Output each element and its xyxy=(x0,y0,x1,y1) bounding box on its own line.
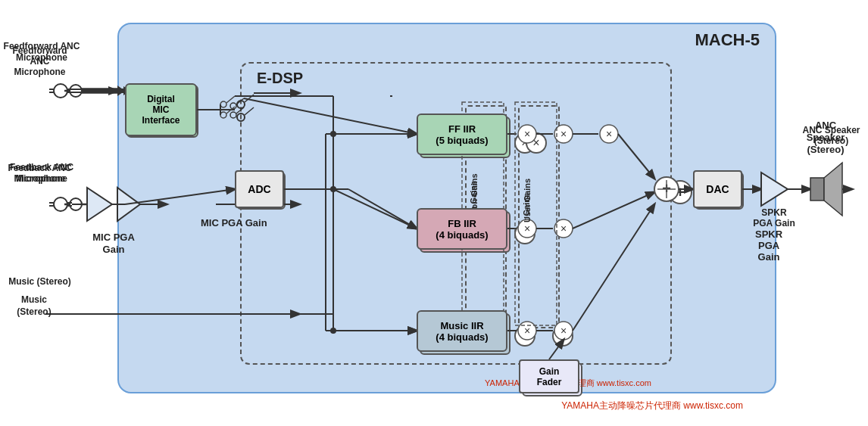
music-label: Music (Stereo) xyxy=(4,276,76,287)
svg-point-105 xyxy=(54,197,67,211)
music-iir-block-overlay: Music IIR (4 biquads) xyxy=(417,310,507,352)
fb-iir-block-overlay: FB IIR (4 biquads) xyxy=(417,208,507,250)
mic-pga-gain-label: MIC PGA Gain xyxy=(201,217,267,229)
feedforward-label: Feedforward ANC Microphone xyxy=(4,45,76,77)
svg-point-95 xyxy=(54,84,67,98)
ff-iir-block-overlay: FF IIR (5 biquads) xyxy=(417,113,507,155)
digital-mic-block-overlay: Digital MIC Interface xyxy=(125,83,197,136)
svg-rect-64 xyxy=(810,178,824,201)
user-mult-ff: × xyxy=(526,132,547,154)
svg-point-0 xyxy=(70,85,82,97)
diagram-container: MACH-5 E-DSP Calibration Gains User Gain… xyxy=(0,0,868,426)
dac-block-overlay: DAC xyxy=(693,170,742,208)
user-gains-label: User Gains xyxy=(522,132,531,298)
svg-text:(Stereo): (Stereo) xyxy=(17,306,51,317)
watermark: YAMAHA主动降噪芯片代理商 www.tisxc.com xyxy=(561,400,743,412)
anc-speaker-label: ANC Speaker (Stereo) xyxy=(799,125,863,146)
edsp-label: E-DSP xyxy=(257,70,303,87)
svg-text:Music: Music xyxy=(21,294,47,305)
gain-fader-block-overlay: Gain Fader xyxy=(519,359,579,393)
spkr-pga-gain-label: SPKR PGA Gain xyxy=(755,229,782,263)
adc-block-overlay: ADC xyxy=(235,170,284,208)
summation-circle: + xyxy=(668,180,692,204)
music-mult-1: × xyxy=(514,325,535,347)
fb-mult-1: × xyxy=(514,223,535,244)
svg-marker-111 xyxy=(87,188,112,221)
mach5-label: MACH-5 xyxy=(695,30,760,50)
svg-marker-65 xyxy=(824,163,842,216)
user-mult-music: × xyxy=(552,325,573,347)
feedback-label: Feedback ANC Microphone xyxy=(4,163,76,184)
svg-point-4 xyxy=(70,198,82,210)
